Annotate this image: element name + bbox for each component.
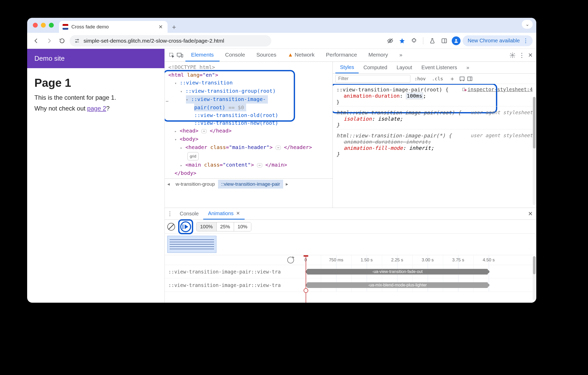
css-rule[interactable]: inspector-stylesheet:4 ::view-transition…	[336, 85, 533, 106]
scrollbar[interactable]	[533, 256, 536, 300]
nav-reload-button[interactable]	[57, 35, 67, 46]
css-rule[interactable]: user agent stylesheet html::view-transit…	[336, 110, 533, 129]
animation-bar[interactable]: -ua-view-transition-fade-out	[307, 269, 488, 275]
crumb-group[interactable]: w-transition-group	[172, 180, 218, 189]
sidebar-toggle-icon[interactable]	[467, 76, 473, 82]
warning-icon: ▲	[288, 52, 293, 58]
profile-button[interactable]	[451, 35, 462, 46]
play-pause-button[interactable]	[180, 221, 191, 232]
elements-panel: <!DOCTYPE html> <html lang="en"> ::view-…	[165, 62, 333, 208]
devtools: Elements Console Sources ▲Network Perfor…	[165, 49, 536, 303]
speed-10[interactable]: 10%	[234, 222, 251, 231]
window-zoom-button[interactable]	[49, 23, 54, 28]
svg-point-8	[512, 54, 513, 56]
dom-tree[interactable]: <!DOCTYPE html> <html lang="en"> ::view-…	[165, 62, 333, 178]
crumb-scroll-left[interactable]: ◂	[165, 181, 172, 187]
tab-memory[interactable]: Memory	[363, 49, 394, 61]
page-heading: Page 1	[34, 76, 157, 89]
tab-close-icon[interactable]: ✕	[159, 24, 163, 30]
window-close-button[interactable]	[33, 23, 38, 28]
tab-title: Cross fade demo	[71, 24, 155, 30]
styles-tabs-overflow[interactable]: »	[462, 62, 474, 73]
labs-icon[interactable]	[427, 35, 438, 46]
close-icon[interactable]: ✕	[236, 210, 240, 216]
animation-group-thumb[interactable]	[167, 236, 216, 253]
tab-elements[interactable]: Elements	[185, 49, 220, 61]
replay-icon[interactable]	[287, 257, 294, 263]
page-header: Demo site	[27, 49, 164, 68]
svg-point-4	[455, 39, 457, 41]
hov-toggle[interactable]: :hov	[412, 75, 428, 82]
devtools-body: <!DOCTYPE html> <html lang="en"> ::view-…	[165, 62, 536, 208]
tab-network[interactable]: ▲Network	[282, 49, 320, 61]
titlebar: Cross fade demo ✕ ＋ ⌄	[27, 18, 536, 33]
rule-source: user agent stylesheet	[471, 132, 533, 138]
cls-toggle[interactable]: .cls	[430, 75, 445, 82]
computed-toggle-icon[interactable]	[459, 76, 465, 82]
tab-styles[interactable]: Styles	[335, 62, 359, 73]
dom-row-menu[interactable]: ⋯	[166, 97, 169, 105]
nav-back-button[interactable]	[31, 35, 42, 46]
clear-icon[interactable]	[167, 223, 175, 231]
styles-filter-input[interactable]	[335, 75, 410, 83]
rule-source-link[interactable]: inspector-stylesheet:4	[462, 87, 533, 92]
nav-forward-button[interactable]	[44, 35, 55, 46]
svg-rect-3	[442, 39, 447, 43]
animations-body: 0750 ms1.50 s2.25 s3.00 s3.75 s4.50 s ::…	[165, 234, 536, 303]
url-toolbar: simple-set-demos.glitch.me/2-slow-cross-…	[27, 33, 536, 49]
scrollbar-thumb[interactable]	[533, 97, 536, 149]
tab-sources[interactable]: Sources	[251, 49, 282, 61]
browser-tab[interactable]: Cross fade demo ✕	[59, 21, 168, 33]
new-rule-icon[interactable]: ＋	[447, 74, 457, 83]
svg-rect-6	[177, 53, 181, 56]
settings-gear-icon[interactable]	[509, 52, 516, 58]
incognito-eye-icon[interactable]	[385, 35, 396, 46]
devtools-drawer: ⋮ Console Animations ✕ ✕	[165, 208, 536, 303]
drawer-tab-animations[interactable]: Animations ✕	[203, 208, 245, 220]
timeline[interactable]: 0750 ms1.50 s2.25 s3.00 s3.75 s4.50 s ::…	[165, 255, 536, 303]
css-rule[interactable]: user agent stylesheet html::view-transit…	[336, 132, 533, 158]
timeline-row[interactable]: ::view-transition-image-pair::view-tra -…	[165, 265, 536, 278]
crumb-pair[interactable]: ::view-transition-image-pair	[218, 180, 283, 189]
drawer-close-icon[interactable]: ✕	[524, 208, 536, 220]
drawer-menu-icon[interactable]: ⋮	[165, 208, 175, 220]
window-minimize-button[interactable]	[41, 23, 46, 28]
update-pill[interactable]: New Chrome available ⋮	[463, 35, 533, 46]
drawer-tab-console[interactable]: Console	[175, 208, 203, 220]
page-link[interactable]: page 2	[87, 105, 106, 112]
scrollbar[interactable]	[533, 97, 536, 205]
speed-25[interactable]: 25%	[217, 222, 234, 231]
tab-search-button[interactable]: ⌄	[522, 20, 533, 29]
browser-window: Cross fade demo ✕ ＋ ⌄ simple-set-demos.g…	[27, 18, 536, 303]
new-tab-button[interactable]: ＋	[168, 21, 180, 33]
grid-badge[interactable]: grid	[187, 152, 199, 160]
scrollbar-thumb[interactable]	[533, 256, 536, 274]
playhead-knob[interactable]	[304, 288, 308, 293]
inspect-icon[interactable]	[169, 52, 175, 58]
animation-bar[interactable]: -ua-mix-blend-mode-plus-lighter	[307, 282, 488, 288]
playhead[interactable]	[306, 255, 306, 303]
styles-body[interactable]: inspector-stylesheet:4 ::view-transition…	[333, 84, 536, 208]
page-body: Page 1 This is the content for page 1. W…	[27, 68, 164, 121]
tab-layout[interactable]: Layout	[392, 62, 417, 73]
timeline-body: ::view-transition-image-pair::view-tra -…	[165, 265, 536, 292]
bookmark-star-icon[interactable]	[397, 35, 408, 46]
url-field[interactable]: simple-set-demos.glitch.me/2-slow-cross-…	[70, 35, 271, 46]
device-toggle-icon[interactable]	[177, 52, 183, 58]
timeline-row[interactable]: ::view-transition-image-pair::view-tra -…	[165, 278, 536, 292]
breadcrumb[interactable]: ◂ w-transition-group ::view-transition-i…	[165, 178, 333, 189]
tab-computed[interactable]: Computed	[359, 62, 392, 73]
crumb-scroll-right[interactable]: ▸	[283, 181, 291, 187]
tab-performance[interactable]: Performance	[320, 49, 363, 61]
site-settings-icon[interactable]	[74, 38, 80, 44]
tab-console[interactable]: Console	[220, 49, 251, 61]
devtools-tabs: Elements Console Sources ▲Network Perfor…	[165, 49, 536, 62]
tabs-overflow[interactable]: »	[394, 49, 408, 61]
tab-event-listeners[interactable]: Event Listeners	[417, 62, 462, 73]
kebab-icon[interactable]: ⋮	[519, 52, 525, 59]
extensions-icon[interactable]	[409, 35, 419, 46]
devtools-close-icon[interactable]: ✕	[528, 52, 533, 59]
side-panel-icon[interactable]	[439, 35, 450, 46]
speed-100[interactable]: 100%	[197, 222, 217, 231]
page-para-1: This is the content for page 1.	[34, 94, 157, 101]
